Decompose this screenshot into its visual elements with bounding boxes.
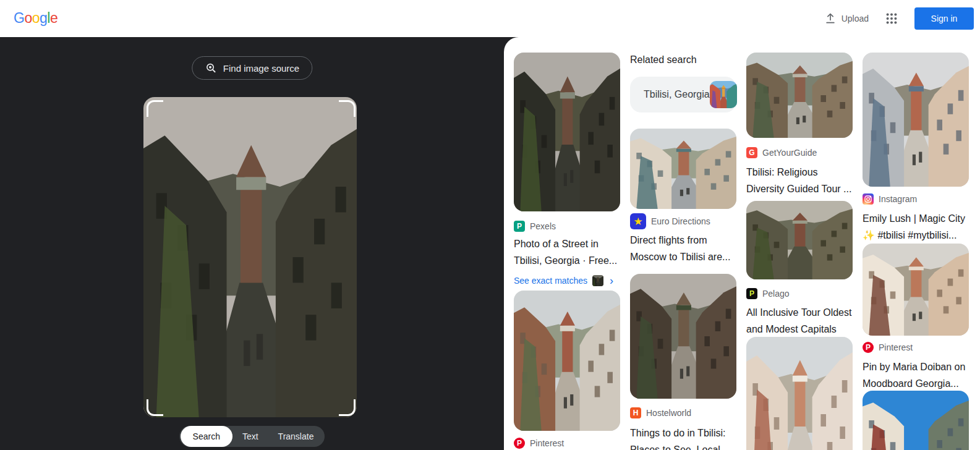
- chip-thumbnail: [710, 81, 737, 108]
- result-image-pexels[interactable]: [514, 53, 620, 211]
- result-source-euro-directions[interactable]: ★ Euro Directions: [630, 213, 736, 229]
- chevron-right-icon: ›: [610, 275, 613, 286]
- result-image-instagram[interactable]: [863, 53, 969, 187]
- chip-label: Tbilisi, Georgia: [630, 89, 710, 100]
- related-search-heading: Related search: [630, 54, 736, 66]
- instagram-favicon: [863, 193, 874, 205]
- source-name: Pinterest: [530, 438, 564, 448]
- result-image-tan-street[interactable]: [863, 244, 969, 336]
- apps-grid-icon[interactable]: [885, 12, 898, 25]
- query-image[interactable]: [143, 97, 357, 417]
- source-name: Hostelworld: [646, 408, 691, 418]
- pelago-favicon: P: [746, 288, 757, 299]
- result-title-instagram[interactable]: Emily Lush | Magic City ✨ #tbilisi #mytb…: [863, 210, 969, 244]
- crop-corner-bottom-right[interactable]: [339, 399, 356, 416]
- result-source-hostelworld[interactable]: H Hostelworld: [630, 407, 736, 418]
- result-source-pinterest[interactable]: P Pinterest: [863, 342, 969, 353]
- source-name: Instagram: [879, 194, 917, 204]
- result-title-getyourguide[interactable]: Tbilisi: Religious Diversity Guided Tour…: [746, 164, 853, 197]
- pinterest-favicon: P: [514, 438, 525, 449]
- crop-corner-top-right[interactable]: [339, 100, 356, 117]
- result-title-euro-directions[interactable]: Direct flights from Moscow to Tbilisi ar…: [630, 232, 736, 265]
- source-name: Euro Directions: [651, 216, 710, 226]
- source-name: Pexels: [530, 221, 556, 231]
- result-title-pelago[interactable]: All Inclusive Tour Oldest and Modest Cap…: [746, 304, 853, 338]
- tab-text[interactable]: Text: [232, 426, 268, 447]
- exact-matches-thumbnail: [592, 275, 603, 286]
- result-title-pinterest[interactable]: Pin by Maria Doiban on Moodboard Georgia…: [863, 359, 969, 392]
- result-source-pexels[interactable]: P Pexels: [514, 221, 620, 232]
- tab-search[interactable]: Search: [181, 426, 232, 447]
- tab-translate[interactable]: Translate: [268, 426, 324, 447]
- pexels-favicon: P: [514, 221, 525, 232]
- hostelworld-favicon: H: [630, 407, 641, 418]
- upload-button[interactable]: Upload: [824, 12, 869, 25]
- sign-in-button[interactable]: Sign in: [914, 7, 974, 30]
- upload-label: Upload: [842, 14, 869, 23]
- source-name: GetYourGuide: [762, 148, 817, 158]
- google-logo: Google: [14, 9, 58, 27]
- result-source-instagram[interactable]: Instagram: [863, 193, 969, 205]
- related-search-chip[interactable]: Tbilisi, Georgia: [630, 77, 736, 112]
- source-name: Pelago: [762, 289, 790, 299]
- result-image-sepia-street[interactable]: [746, 201, 853, 279]
- result-image-dark-lane[interactable]: [630, 274, 736, 399]
- top-bar: Google Upload Sign in: [0, 0, 980, 37]
- result-title-pexels[interactable]: Photo of a Street in Tbilisi, Georgia · …: [514, 236, 620, 269]
- see-exact-matches-link[interactable]: See exact matches ›: [514, 275, 620, 286]
- lens-mode-tabs: Search Text Translate: [179, 426, 325, 447]
- result-title-hostelworld[interactable]: Things to do in Tbilisi: Places to See, …: [630, 425, 736, 450]
- results-panel: P Pexels Photo of a Street in Tbilisi, G…: [504, 37, 980, 450]
- source-name: Pinterest: [879, 342, 913, 352]
- getyourguide-favicon: G: [746, 147, 757, 158]
- upload-icon: [824, 12, 837, 25]
- result-source-pinterest-col1[interactable]: P Pinterest: [514, 438, 620, 449]
- result-source-pelago[interactable]: P Pelago: [746, 288, 853, 299]
- result-image-blue-sky[interactable]: [863, 391, 969, 450]
- result-source-getyourguide[interactable]: G GetYourGuide: [746, 147, 853, 158]
- result-image-pale-street[interactable]: [746, 337, 853, 450]
- crop-corner-top-left[interactable]: [147, 100, 163, 117]
- crop-corner-bottom-left[interactable]: [147, 399, 163, 416]
- find-image-source-button[interactable]: Find image source: [192, 56, 312, 80]
- euro-directions-favicon: ★: [630, 213, 646, 229]
- find-image-source-label: Find image source: [223, 63, 299, 74]
- result-image-getyourguide[interactable]: [746, 53, 853, 138]
- result-image-daylight-street[interactable]: [514, 291, 620, 431]
- lens-icon: [205, 62, 217, 74]
- result-image-euro-directions[interactable]: [630, 129, 736, 209]
- pinterest-favicon: P: [863, 342, 874, 353]
